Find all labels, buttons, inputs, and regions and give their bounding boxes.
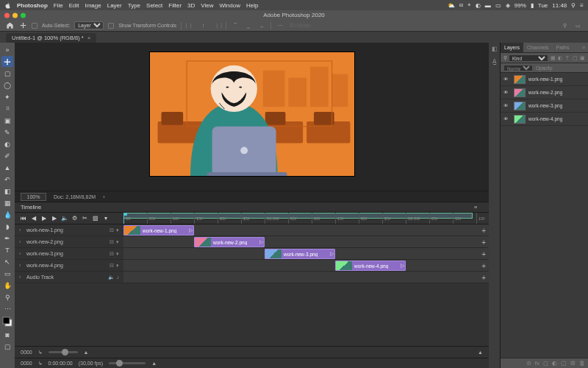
track-lane[interactable]: work-new-3.png▷+	[123, 248, 489, 259]
layers-tab[interactable]: Layers	[501, 43, 523, 52]
new-group-icon[interactable]: ▢	[561, 360, 567, 367]
path-tool[interactable]: ↖	[1, 256, 13, 267]
transition-button[interactable]: ▧	[91, 214, 99, 222]
menu-window[interactable]: Window	[220, 2, 240, 9]
split-clip-button[interactable]: ✂	[81, 214, 89, 222]
collapse-tools-icon[interactable]: »	[1, 44, 13, 55]
chevron-right-icon[interactable]: ›	[19, 239, 24, 244]
healing-brush-tool[interactable]: ◐	[1, 138, 13, 149]
go-to-first-frame-button[interactable]: ⏮	[19, 214, 27, 222]
track-fx-icon[interactable]: ⊟	[110, 251, 114, 257]
app-menu[interactable]: Photoshop	[17, 2, 48, 9]
track-label[interactable]: ›work-new-3.png⊟▾	[15, 248, 123, 259]
bluetooth-icon[interactable]: ⌖	[467, 1, 471, 9]
audio-track-label[interactable]: ›Audio Track🔈♪	[15, 272, 123, 283]
layers-menu-icon[interactable]: ≡	[579, 45, 588, 50]
distribute-icon[interactable]: ⋯	[276, 21, 284, 30]
timeline-tab[interactable]: Timeline	[21, 204, 41, 210]
timeline-menu-icon[interactable]: ≡	[474, 204, 483, 210]
layer-item[interactable]: 👁work-new-3.png	[501, 99, 588, 113]
add-media-button[interactable]: +	[481, 238, 486, 246]
track-fx-icon[interactable]: ⊟	[110, 227, 114, 233]
layer-thumbnail[interactable]	[514, 88, 526, 97]
video-clip[interactable]: work-new-2.png▷	[194, 237, 265, 247]
track-menu-icon[interactable]: ▾	[116, 251, 119, 257]
dodge-tool[interactable]: ◗	[1, 221, 13, 232]
canvas-area[interactable]	[15, 43, 489, 191]
filter-type-icon[interactable]: T	[564, 55, 570, 61]
layer-visibility-icon[interactable]: 👁	[503, 103, 511, 108]
hand-tool[interactable]: ✋	[1, 280, 13, 291]
align-right-icon[interactable]: ⎹⎹	[212, 21, 221, 30]
align-top-icon[interactable]: ⎺	[231, 21, 240, 30]
clone-stamp-tool[interactable]: ▲	[1, 162, 13, 173]
track-lane[interactable]: work-new-2.png▷+	[123, 236, 489, 247]
layer-visibility-icon[interactable]: 👁	[503, 116, 511, 121]
add-media-button[interactable]: +	[481, 226, 486, 234]
auto-select-checkbox[interactable]	[32, 23, 37, 29]
color-panel-icon[interactable]: ◧	[492, 46, 498, 52]
filter-smart-icon[interactable]: ▣	[579, 55, 585, 61]
menu-type[interactable]: Type	[128, 2, 140, 9]
track-fx-icon[interactable]: ⊟	[110, 239, 114, 245]
move-tool[interactable]	[1, 56, 13, 67]
blend-mode-dropdown[interactable]: Normal	[503, 65, 533, 71]
video-clip[interactable]: work-new-4.png▷	[335, 261, 406, 271]
clip-menu-icon[interactable]: ▷	[329, 251, 334, 257]
add-audio-button[interactable]: +	[481, 273, 486, 281]
clip-menu-icon[interactable]: ▷	[258, 239, 264, 245]
menu-image[interactable]: Image	[85, 2, 101, 9]
apple-menu-icon[interactable]	[4, 2, 11, 9]
filter-pixel-icon[interactable]: ▦	[550, 55, 556, 61]
layer-item[interactable]: 👁work-new-1.png	[501, 73, 588, 86]
home-button[interactable]	[6, 21, 14, 29]
next-frame-button[interactable]: ▶	[50, 214, 58, 222]
frame-tool[interactable]: ▣	[1, 115, 13, 126]
menu-edit[interactable]: Edit	[69, 2, 79, 9]
layer-item[interactable]: 👁work-new-2.png	[501, 86, 588, 99]
dnd-icon[interactable]: ◐	[476, 2, 481, 9]
prev-frame-button[interactable]: ◀	[29, 214, 37, 222]
chevron-right-icon[interactable]: ›	[19, 227, 24, 233]
link-layers-icon[interactable]: ⊘	[526, 360, 531, 367]
align-bottom-icon[interactable]: ⎽	[257, 21, 266, 30]
track-menu-icon[interactable]: ▾	[116, 239, 119, 245]
close-tab-icon[interactable]: ×	[87, 35, 91, 41]
render-button-bottom[interactable]: ↳	[38, 361, 43, 367]
close-window-button[interactable]	[4, 13, 10, 18]
cloud-icon[interactable]: ⛅	[448, 2, 455, 9]
track-label[interactable]: ›work-new-2.png⊟▾	[15, 236, 123, 247]
play-button[interactable]: ▶	[40, 214, 48, 222]
wifi-icon[interactable]: ◈	[506, 2, 510, 9]
filter-shape-icon[interactable]: ▢	[572, 55, 578, 61]
chevron-right-icon[interactable]: ›	[19, 263, 24, 268]
menu-view[interactable]: View	[201, 2, 213, 9]
crop-tool[interactable]: ⌗	[1, 103, 13, 114]
layer-visibility-icon[interactable]: 👁	[503, 90, 511, 95]
type-tool[interactable]: T	[1, 244, 13, 255]
brush-tool[interactable]: ✐	[1, 150, 13, 161]
quick-mask-tool[interactable]: ◙	[1, 329, 13, 340]
history-brush-tool[interactable]: ↶	[1, 174, 13, 185]
align-left-icon[interactable]: ⎸⎸	[186, 21, 195, 30]
layer-thumbnail[interactable]	[514, 115, 526, 124]
clip-menu-icon[interactable]: ▷	[399, 263, 405, 269]
shape-tool[interactable]: ▭	[1, 268, 13, 279]
audio-menu-icon[interactable]: ♪	[117, 275, 120, 280]
menu-help[interactable]: Help	[246, 2, 258, 9]
layer-style-icon[interactable]: fx	[535, 360, 539, 367]
mute-button[interactable]: 🔈	[60, 214, 68, 222]
dropbox-icon[interactable]: ⧈	[459, 1, 463, 9]
timeline-zoom-slider[interactable]	[49, 351, 78, 353]
video-clip[interactable]: work-new-1.png▷	[123, 225, 194, 236]
menu-file[interactable]: File	[54, 2, 63, 9]
track-lane[interactable]: work-new-1.png▷+	[123, 224, 489, 236]
timeline-options-icon[interactable]: ⚙	[71, 214, 79, 222]
flag-icon[interactable]: ▬	[485, 2, 491, 9]
chevron-right-icon[interactable]: ›	[19, 275, 24, 280]
zoom-input[interactable]: 100%	[21, 193, 46, 201]
video-clip[interactable]: work-new-3.png▷	[265, 249, 335, 259]
color-swatch[interactable]	[1, 315, 13, 328]
menu-layer[interactable]: Layer	[107, 2, 122, 9]
chevron-right-icon[interactable]: ›	[19, 251, 24, 256]
